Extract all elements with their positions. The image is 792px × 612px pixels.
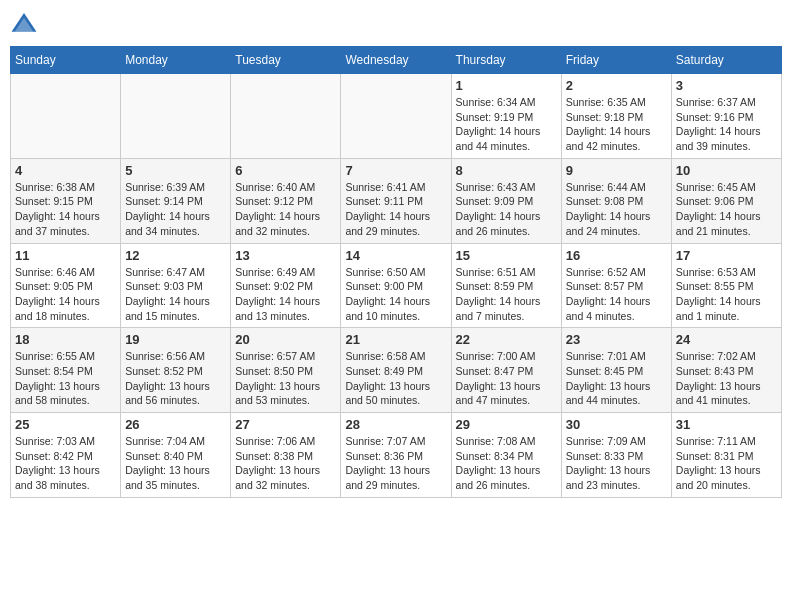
- calendar-cell: 9Sunrise: 6:44 AM Sunset: 9:08 PM Daylig…: [561, 158, 671, 243]
- calendar-week-row: 18Sunrise: 6:55 AM Sunset: 8:54 PM Dayli…: [11, 328, 782, 413]
- calendar-cell: 28Sunrise: 7:07 AM Sunset: 8:36 PM Dayli…: [341, 413, 451, 498]
- day-number: 28: [345, 417, 446, 432]
- day-number: 26: [125, 417, 226, 432]
- calendar-cell: [121, 74, 231, 159]
- day-info: Sunrise: 6:45 AM Sunset: 9:06 PM Dayligh…: [676, 180, 777, 239]
- calendar-cell: 26Sunrise: 7:04 AM Sunset: 8:40 PM Dayli…: [121, 413, 231, 498]
- calendar-cell: 20Sunrise: 6:57 AM Sunset: 8:50 PM Dayli…: [231, 328, 341, 413]
- calendar-cell: 12Sunrise: 6:47 AM Sunset: 9:03 PM Dayli…: [121, 243, 231, 328]
- day-number: 7: [345, 163, 446, 178]
- day-info: Sunrise: 6:47 AM Sunset: 9:03 PM Dayligh…: [125, 265, 226, 324]
- day-info: Sunrise: 7:00 AM Sunset: 8:47 PM Dayligh…: [456, 349, 557, 408]
- day-number: 22: [456, 332, 557, 347]
- calendar-cell: 1Sunrise: 6:34 AM Sunset: 9:19 PM Daylig…: [451, 74, 561, 159]
- calendar-cell: 8Sunrise: 6:43 AM Sunset: 9:09 PM Daylig…: [451, 158, 561, 243]
- day-info: Sunrise: 6:43 AM Sunset: 9:09 PM Dayligh…: [456, 180, 557, 239]
- calendar-cell: 13Sunrise: 6:49 AM Sunset: 9:02 PM Dayli…: [231, 243, 341, 328]
- calendar-cell: [341, 74, 451, 159]
- day-info: Sunrise: 6:35 AM Sunset: 9:18 PM Dayligh…: [566, 95, 667, 154]
- day-info: Sunrise: 6:49 AM Sunset: 9:02 PM Dayligh…: [235, 265, 336, 324]
- calendar-cell: [231, 74, 341, 159]
- column-header-friday: Friday: [561, 47, 671, 74]
- day-info: Sunrise: 7:09 AM Sunset: 8:33 PM Dayligh…: [566, 434, 667, 493]
- calendar-cell: 15Sunrise: 6:51 AM Sunset: 8:59 PM Dayli…: [451, 243, 561, 328]
- day-number: 18: [15, 332, 116, 347]
- day-info: Sunrise: 6:46 AM Sunset: 9:05 PM Dayligh…: [15, 265, 116, 324]
- day-number: 30: [566, 417, 667, 432]
- day-number: 6: [235, 163, 336, 178]
- calendar-cell: 23Sunrise: 7:01 AM Sunset: 8:45 PM Dayli…: [561, 328, 671, 413]
- calendar-cell: 21Sunrise: 6:58 AM Sunset: 8:49 PM Dayli…: [341, 328, 451, 413]
- column-header-thursday: Thursday: [451, 47, 561, 74]
- day-number: 5: [125, 163, 226, 178]
- day-info: Sunrise: 6:34 AM Sunset: 9:19 PM Dayligh…: [456, 95, 557, 154]
- day-number: 11: [15, 248, 116, 263]
- day-info: Sunrise: 7:11 AM Sunset: 8:31 PM Dayligh…: [676, 434, 777, 493]
- calendar-cell: 14Sunrise: 6:50 AM Sunset: 9:00 PM Dayli…: [341, 243, 451, 328]
- day-info: Sunrise: 6:56 AM Sunset: 8:52 PM Dayligh…: [125, 349, 226, 408]
- page-header: [10, 10, 782, 38]
- day-info: Sunrise: 6:37 AM Sunset: 9:16 PM Dayligh…: [676, 95, 777, 154]
- day-number: 29: [456, 417, 557, 432]
- logo: [10, 10, 42, 38]
- day-info: Sunrise: 7:06 AM Sunset: 8:38 PM Dayligh…: [235, 434, 336, 493]
- day-number: 24: [676, 332, 777, 347]
- calendar-cell: 16Sunrise: 6:52 AM Sunset: 8:57 PM Dayli…: [561, 243, 671, 328]
- calendar-cell: 29Sunrise: 7:08 AM Sunset: 8:34 PM Dayli…: [451, 413, 561, 498]
- day-number: 4: [15, 163, 116, 178]
- day-info: Sunrise: 6:58 AM Sunset: 8:49 PM Dayligh…: [345, 349, 446, 408]
- day-number: 1: [456, 78, 557, 93]
- day-info: Sunrise: 6:51 AM Sunset: 8:59 PM Dayligh…: [456, 265, 557, 324]
- day-number: 27: [235, 417, 336, 432]
- logo-icon: [10, 10, 38, 38]
- day-info: Sunrise: 6:52 AM Sunset: 8:57 PM Dayligh…: [566, 265, 667, 324]
- day-number: 13: [235, 248, 336, 263]
- day-number: 21: [345, 332, 446, 347]
- day-info: Sunrise: 6:40 AM Sunset: 9:12 PM Dayligh…: [235, 180, 336, 239]
- day-number: 15: [456, 248, 557, 263]
- calendar-week-row: 1Sunrise: 6:34 AM Sunset: 9:19 PM Daylig…: [11, 74, 782, 159]
- day-number: 12: [125, 248, 226, 263]
- day-number: 17: [676, 248, 777, 263]
- calendar-cell: 19Sunrise: 6:56 AM Sunset: 8:52 PM Dayli…: [121, 328, 231, 413]
- day-number: 20: [235, 332, 336, 347]
- column-header-tuesday: Tuesday: [231, 47, 341, 74]
- day-info: Sunrise: 6:39 AM Sunset: 9:14 PM Dayligh…: [125, 180, 226, 239]
- calendar-cell: 11Sunrise: 6:46 AM Sunset: 9:05 PM Dayli…: [11, 243, 121, 328]
- day-number: 19: [125, 332, 226, 347]
- day-info: Sunrise: 6:44 AM Sunset: 9:08 PM Dayligh…: [566, 180, 667, 239]
- column-header-sunday: Sunday: [11, 47, 121, 74]
- day-number: 10: [676, 163, 777, 178]
- day-info: Sunrise: 6:55 AM Sunset: 8:54 PM Dayligh…: [15, 349, 116, 408]
- day-number: 25: [15, 417, 116, 432]
- day-info: Sunrise: 6:38 AM Sunset: 9:15 PM Dayligh…: [15, 180, 116, 239]
- calendar-cell: 31Sunrise: 7:11 AM Sunset: 8:31 PM Dayli…: [671, 413, 781, 498]
- calendar-cell: 30Sunrise: 7:09 AM Sunset: 8:33 PM Dayli…: [561, 413, 671, 498]
- calendar-cell: 6Sunrise: 6:40 AM Sunset: 9:12 PM Daylig…: [231, 158, 341, 243]
- day-info: Sunrise: 7:03 AM Sunset: 8:42 PM Dayligh…: [15, 434, 116, 493]
- day-number: 9: [566, 163, 667, 178]
- calendar-week-row: 4Sunrise: 6:38 AM Sunset: 9:15 PM Daylig…: [11, 158, 782, 243]
- day-number: 2: [566, 78, 667, 93]
- day-info: Sunrise: 6:50 AM Sunset: 9:00 PM Dayligh…: [345, 265, 446, 324]
- day-info: Sunrise: 7:01 AM Sunset: 8:45 PM Dayligh…: [566, 349, 667, 408]
- day-info: Sunrise: 6:53 AM Sunset: 8:55 PM Dayligh…: [676, 265, 777, 324]
- calendar-header-row: SundayMondayTuesdayWednesdayThursdayFrid…: [11, 47, 782, 74]
- day-info: Sunrise: 7:08 AM Sunset: 8:34 PM Dayligh…: [456, 434, 557, 493]
- calendar-cell: 17Sunrise: 6:53 AM Sunset: 8:55 PM Dayli…: [671, 243, 781, 328]
- day-info: Sunrise: 7:02 AM Sunset: 8:43 PM Dayligh…: [676, 349, 777, 408]
- calendar-cell: 18Sunrise: 6:55 AM Sunset: 8:54 PM Dayli…: [11, 328, 121, 413]
- calendar-cell: 7Sunrise: 6:41 AM Sunset: 9:11 PM Daylig…: [341, 158, 451, 243]
- day-number: 16: [566, 248, 667, 263]
- calendar-cell: 10Sunrise: 6:45 AM Sunset: 9:06 PM Dayli…: [671, 158, 781, 243]
- calendar-cell: 3Sunrise: 6:37 AM Sunset: 9:16 PM Daylig…: [671, 74, 781, 159]
- column-header-wednesday: Wednesday: [341, 47, 451, 74]
- calendar-cell: 5Sunrise: 6:39 AM Sunset: 9:14 PM Daylig…: [121, 158, 231, 243]
- column-header-monday: Monday: [121, 47, 231, 74]
- calendar-cell: 27Sunrise: 7:06 AM Sunset: 8:38 PM Dayli…: [231, 413, 341, 498]
- calendar-table: SundayMondayTuesdayWednesdayThursdayFrid…: [10, 46, 782, 498]
- day-number: 8: [456, 163, 557, 178]
- day-number: 23: [566, 332, 667, 347]
- calendar-cell: 4Sunrise: 6:38 AM Sunset: 9:15 PM Daylig…: [11, 158, 121, 243]
- day-number: 14: [345, 248, 446, 263]
